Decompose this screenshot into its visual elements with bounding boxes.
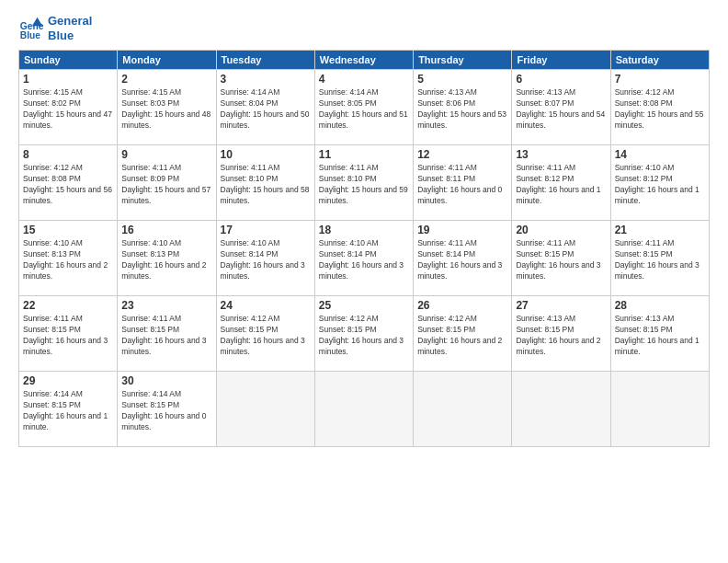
calendar-cell: 6Sunrise: 4:13 AMSunset: 8:07 PMDaylight… — [512, 70, 610, 145]
day-number: 5 — [417, 73, 507, 86]
day-number: 25 — [319, 299, 409, 312]
calendar-cell: 23Sunrise: 4:11 AMSunset: 8:15 PMDayligh… — [118, 296, 216, 372]
day-number: 8 — [23, 148, 113, 161]
calendar-cell: 9Sunrise: 4:11 AMSunset: 8:09 PMDaylight… — [118, 145, 216, 221]
day-info: Sunrise: 4:11 AMSunset: 8:15 PMDaylight:… — [121, 314, 211, 358]
calendar-cell — [414, 372, 512, 447]
calendar-cell — [512, 372, 610, 447]
svg-text:Blue: Blue — [20, 30, 41, 40]
col-header-monday: Monday — [118, 51, 216, 70]
calendar-cell: 13Sunrise: 4:11 AMSunset: 8:12 PMDayligh… — [512, 145, 610, 221]
day-info: Sunrise: 4:10 AMSunset: 8:13 PMDaylight:… — [121, 238, 211, 282]
day-info: Sunrise: 4:14 AMSunset: 8:15 PMDaylight:… — [121, 389, 211, 433]
day-number: 10 — [221, 148, 311, 161]
calendar-cell: 25Sunrise: 4:12 AMSunset: 8:15 PMDayligh… — [314, 296, 413, 372]
day-number: 29 — [23, 374, 113, 387]
col-header-friday: Friday — [512, 51, 610, 70]
day-number: 28 — [615, 299, 705, 312]
day-info: Sunrise: 4:11 AMSunset: 8:15 PMDaylight:… — [615, 238, 705, 282]
calendar-week-3: 15Sunrise: 4:10 AMSunset: 8:13 PMDayligh… — [19, 221, 710, 296]
day-number: 26 — [417, 299, 507, 312]
day-number: 1 — [23, 73, 113, 86]
calendar-cell: 16Sunrise: 4:10 AMSunset: 8:13 PMDayligh… — [118, 221, 216, 296]
calendar-cell: 4Sunrise: 4:14 AMSunset: 8:05 PMDaylight… — [314, 70, 413, 145]
calendar-body: 1Sunrise: 4:15 AMSunset: 8:02 PMDaylight… — [19, 70, 710, 447]
calendar-week-5: 29Sunrise: 4:14 AMSunset: 8:15 PMDayligh… — [19, 372, 710, 447]
calendar-cell: 29Sunrise: 4:14 AMSunset: 8:15 PMDayligh… — [19, 372, 118, 447]
calendar-cell — [610, 372, 709, 447]
day-number: 18 — [319, 224, 409, 236]
col-header-sunday: Sunday — [19, 51, 118, 70]
day-number: 7 — [615, 73, 705, 86]
day-info: Sunrise: 4:12 AMSunset: 8:15 PMDaylight:… — [319, 314, 409, 358]
day-info: Sunrise: 4:10 AMSunset: 8:14 PMDaylight:… — [221, 238, 311, 282]
day-number: 17 — [221, 224, 311, 236]
calendar-cell: 26Sunrise: 4:12 AMSunset: 8:15 PMDayligh… — [414, 296, 512, 372]
day-number: 20 — [516, 224, 606, 236]
day-info: Sunrise: 4:11 AMSunset: 8:14 PMDaylight:… — [417, 238, 507, 282]
calendar-cell: 1Sunrise: 4:15 AMSunset: 8:02 PMDaylight… — [19, 70, 118, 145]
day-number: 2 — [121, 73, 211, 86]
calendar-cell: 15Sunrise: 4:10 AMSunset: 8:13 PMDayligh… — [19, 221, 118, 296]
day-number: 30 — [121, 374, 211, 387]
day-info: Sunrise: 4:12 AMSunset: 8:15 PMDaylight:… — [417, 314, 507, 358]
calendar-cell: 17Sunrise: 4:10 AMSunset: 8:14 PMDayligh… — [216, 221, 314, 296]
day-number: 23 — [121, 299, 211, 312]
day-number: 12 — [417, 148, 507, 161]
calendar-cell: 28Sunrise: 4:13 AMSunset: 8:15 PMDayligh… — [610, 296, 709, 372]
calendar-cell: 22Sunrise: 4:11 AMSunset: 8:15 PMDayligh… — [19, 296, 118, 372]
day-info: Sunrise: 4:13 AMSunset: 8:06 PMDaylight:… — [417, 87, 507, 132]
day-number: 16 — [121, 224, 211, 236]
day-info: Sunrise: 4:11 AMSunset: 8:09 PMDaylight:… — [121, 163, 211, 207]
day-info: Sunrise: 4:14 AMSunset: 8:04 PMDaylight:… — [221, 87, 311, 132]
day-info: Sunrise: 4:11 AMSunset: 8:15 PMDaylight:… — [23, 314, 113, 358]
calendar-week-4: 22Sunrise: 4:11 AMSunset: 8:15 PMDayligh… — [19, 296, 710, 372]
calendar-cell: 20Sunrise: 4:11 AMSunset: 8:15 PMDayligh… — [512, 221, 610, 296]
day-number: 15 — [23, 224, 113, 236]
calendar-cell: 3Sunrise: 4:14 AMSunset: 8:04 PMDaylight… — [216, 70, 314, 145]
calendar-cell: 2Sunrise: 4:15 AMSunset: 8:03 PMDaylight… — [118, 70, 216, 145]
day-number: 22 — [23, 299, 113, 312]
day-info: Sunrise: 4:14 AMSunset: 8:15 PMDaylight:… — [23, 389, 113, 433]
calendar-cell — [314, 372, 413, 447]
day-info: Sunrise: 4:13 AMSunset: 8:15 PMDaylight:… — [516, 314, 606, 358]
day-info: Sunrise: 4:11 AMSunset: 8:12 PMDaylight:… — [516, 163, 606, 207]
day-number: 4 — [319, 73, 409, 86]
day-info: Sunrise: 4:12 AMSunset: 8:08 PMDaylight:… — [23, 163, 113, 207]
logo-icon: General Blue — [18, 16, 44, 41]
day-info: Sunrise: 4:11 AMSunset: 8:10 PMDaylight:… — [319, 163, 409, 207]
calendar-cell: 18Sunrise: 4:10 AMSunset: 8:14 PMDayligh… — [314, 221, 413, 296]
calendar-cell: 8Sunrise: 4:12 AMSunset: 8:08 PMDaylight… — [19, 145, 118, 221]
day-info: Sunrise: 4:12 AMSunset: 8:08 PMDaylight:… — [615, 87, 705, 132]
calendar-header-row: SundayMondayTuesdayWednesdayThursdayFrid… — [19, 51, 710, 70]
col-header-tuesday: Tuesday — [216, 51, 314, 70]
day-info: Sunrise: 4:11 AMSunset: 8:11 PMDaylight:… — [417, 163, 507, 207]
calendar-cell: 19Sunrise: 4:11 AMSunset: 8:14 PMDayligh… — [414, 221, 512, 296]
col-header-thursday: Thursday — [414, 51, 512, 70]
calendar-table: SundayMondayTuesdayWednesdayThursdayFrid… — [18, 50, 710, 447]
calendar-cell: 24Sunrise: 4:12 AMSunset: 8:15 PMDayligh… — [216, 296, 314, 372]
logo: General Blue General Blue — [18, 14, 92, 42]
day-info: Sunrise: 4:14 AMSunset: 8:05 PMDaylight:… — [319, 87, 409, 132]
day-number: 9 — [121, 148, 211, 161]
day-info: Sunrise: 4:11 AMSunset: 8:15 PMDaylight:… — [516, 238, 606, 282]
page-header: General Blue General Blue — [18, 14, 710, 42]
calendar-cell — [216, 372, 314, 447]
calendar-week-2: 8Sunrise: 4:12 AMSunset: 8:08 PMDaylight… — [19, 145, 710, 221]
calendar-week-1: 1Sunrise: 4:15 AMSunset: 8:02 PMDaylight… — [19, 70, 710, 145]
day-info: Sunrise: 4:12 AMSunset: 8:15 PMDaylight:… — [221, 314, 311, 358]
calendar-cell: 10Sunrise: 4:11 AMSunset: 8:10 PMDayligh… — [216, 145, 314, 221]
day-number: 24 — [221, 299, 311, 312]
col-header-saturday: Saturday — [610, 51, 709, 70]
day-number: 21 — [615, 224, 705, 236]
day-number: 6 — [516, 73, 606, 86]
day-info: Sunrise: 4:13 AMSunset: 8:15 PMDaylight:… — [615, 314, 705, 358]
day-number: 19 — [417, 224, 507, 236]
day-number: 13 — [516, 148, 606, 161]
day-number: 3 — [221, 73, 311, 86]
day-info: Sunrise: 4:10 AMSunset: 8:14 PMDaylight:… — [319, 238, 409, 282]
day-info: Sunrise: 4:13 AMSunset: 8:07 PMDaylight:… — [516, 87, 606, 132]
calendar-cell: 11Sunrise: 4:11 AMSunset: 8:10 PMDayligh… — [314, 145, 413, 221]
day-info: Sunrise: 4:15 AMSunset: 8:03 PMDaylight:… — [121, 87, 211, 132]
day-number: 14 — [615, 148, 705, 161]
